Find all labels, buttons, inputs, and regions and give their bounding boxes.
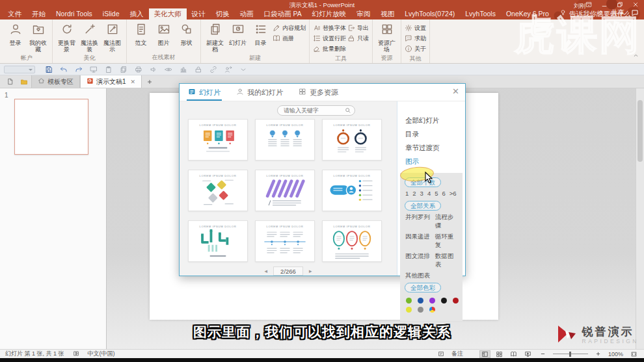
zoom-level[interactable]: 100%: [608, 351, 623, 357]
slide-sorter-view-icon[interactable]: [494, 351, 504, 357]
template-card-2[interactable]: LOREM IPSUM DOLOR: [255, 119, 315, 161]
ribbon-button-设置[interactable]: 设置: [405, 23, 426, 33]
ribbon-tab-13[interactable]: 视图: [375, 8, 399, 19]
new-document-icon[interactable]: [3, 75, 17, 88]
relation-option-数据图表[interactable]: 数据图表: [435, 252, 459, 269]
template-card-1[interactable]: LOREM IPSUM DOLOR: [188, 119, 248, 161]
color-dot-1A1A1A[interactable]: [441, 298, 447, 304]
template-card-5[interactable]: LOREM IPSUM DOLOR: [255, 170, 315, 211]
template-card-6[interactable]: LOREM IPSUM DOLOR: [322, 170, 382, 211]
speaker-icon[interactable]: [150, 66, 157, 73]
close-icon[interactable]: [631, 1, 640, 8]
ribbon-button-目录[interactable]: 目录: [250, 21, 271, 46]
ribbon-tab-11[interactable]: 幻灯片放映: [307, 8, 352, 19]
new-tab-icon[interactable]: [142, 75, 157, 88]
dialog-close-icon[interactable]: ✕: [452, 87, 459, 96]
dialog-tab-2[interactable]: 我的幻灯片: [236, 84, 283, 101]
ribbon-button-批量删除[interactable]: 批量删除: [313, 44, 346, 54]
scrollbar-thumb[interactable]: [637, 100, 643, 162]
zoom-out-icon[interactable]: [539, 351, 547, 357]
color-dot-76B82A[interactable]: [406, 298, 412, 304]
undo-icon[interactable]: [60, 66, 68, 73]
category-章节过渡页[interactable]: 章节过渡页: [397, 141, 465, 155]
ribbon-tab-2[interactable]: 开始: [27, 8, 51, 19]
ribbon-button-内容规划[interactable]: 内容规划: [273, 23, 306, 33]
spellcheck-icon[interactable]: [73, 350, 79, 358]
relation-option-因果递进[interactable]: 因果递进: [405, 233, 435, 250]
color-dot-8E8E8E[interactable]: [418, 307, 423, 313]
search-icon[interactable]: [345, 105, 351, 116]
filter-pill-color[interactable]: 全部色彩: [405, 283, 441, 292]
dialog-tab-3[interactable]: 更多资源: [299, 84, 338, 101]
relation-option-循环重复[interactable]: 循环重复: [435, 233, 459, 250]
paste-icon[interactable]: [105, 66, 113, 73]
relation-option-流程步骤[interactable]: 流程步骤: [435, 213, 459, 230]
ribbon-button-魔法图示[interactable]: 魔法图示: [101, 21, 123, 53]
ribbon-button-魔法换装[interactable]: 魔法换装: [79, 21, 100, 53]
slideshow-icon[interactable]: [90, 66, 98, 73]
color-dot-E3E33A[interactable]: [406, 307, 412, 313]
color-dot-9233D6[interactable]: [429, 298, 435, 304]
template-card-9[interactable]: LOREM IPSUM DOLOR: [322, 220, 382, 262]
ribbon-button-关于[interactable]: 关于: [405, 44, 426, 54]
zoom-slider[interactable]: [553, 354, 588, 354]
category-目录[interactable]: 目录: [397, 127, 465, 141]
template-card-3[interactable]: LOREM IPSUM DOLOR: [322, 119, 382, 161]
ribbon-tab-15[interactable]: LvyhTools: [460, 8, 501, 19]
notes-icon[interactable]: [436, 351, 446, 357]
ribbon-tab-8[interactable]: 切换: [211, 8, 235, 19]
language-status[interactable]: 中文(中国): [88, 350, 115, 358]
ribbon-button-设置行距[interactable]: 设置行距: [313, 34, 346, 44]
count-option-6[interactable]: 6: [442, 190, 445, 197]
filter-pill-relation[interactable]: 全部关系: [405, 201, 441, 211]
count-option-4[interactable]: 4: [427, 190, 431, 197]
ribbon-button-我的收藏[interactable]: 我的收藏: [27, 21, 49, 53]
ribbon-button-求助[interactable]: 求助: [405, 34, 426, 44]
relation-option-其他图表[interactable]: 其他图表: [405, 272, 436, 280]
next-page-icon[interactable]: ▸: [309, 268, 312, 274]
lock-icon[interactable]: [195, 66, 202, 73]
close-tab-icon[interactable]: ✕: [131, 79, 136, 85]
ribbon-tab-9[interactable]: 动画: [235, 8, 259, 19]
qat-dropdown[interactable]: [4, 66, 35, 73]
ribbon-button-形状[interactable]: 形状: [176, 21, 197, 46]
ribbon-button-导出[interactable]: 导出: [347, 23, 369, 33]
ribbon-tab-7[interactable]: 设计: [187, 8, 211, 19]
document-tab-2[interactable]: 演示文稿1✕: [80, 75, 142, 88]
document-tab-1[interactable]: 模板专区: [31, 75, 80, 88]
count-option-5[interactable]: 5: [435, 190, 438, 197]
ribbon-tab-4[interactable]: iSlide: [98, 8, 125, 19]
vertical-scrollbar[interactable]: [636, 88, 644, 350]
ribbon-button-更换背景[interactable]: 更换背景: [56, 21, 77, 53]
ribbon-button-替换字体[interactable]: 替换字体: [313, 23, 346, 33]
category-图示[interactable]: 图示: [397, 155, 465, 168]
share-icon[interactable]: [224, 66, 232, 73]
dialog-tab-1[interactable]: 幻灯片: [188, 84, 221, 101]
slideshow-view-icon[interactable]: [523, 351, 533, 357]
ribbon-button-幻灯片[interactable]: 幻灯片: [227, 21, 248, 46]
count-option-3[interactable]: 3: [420, 190, 423, 197]
minimize-icon[interactable]: [600, 1, 609, 8]
link-icon[interactable]: [209, 66, 217, 73]
slide-thumbnail[interactable]: [14, 99, 88, 155]
chart-icon[interactable]: [180, 66, 187, 73]
template-card-8[interactable]: LOREM IPSUM DOLOR: [255, 220, 315, 262]
zoom-in-icon[interactable]: [594, 351, 602, 357]
open-folder-icon[interactable]: [17, 75, 31, 88]
color-dot-2057A7[interactable]: [418, 298, 423, 304]
ribbon-tab-5[interactable]: 插入: [125, 8, 149, 19]
more-icon[interactable]: [239, 66, 247, 73]
ribbon-tab-6[interactable]: 美化大师: [149, 8, 187, 19]
fit-to-window-icon[interactable]: [629, 351, 639, 357]
count-option-1[interactable]: 1: [405, 190, 409, 197]
relation-option-图文混排[interactable]: 图文混排: [405, 252, 435, 269]
ribbon-button-画册[interactable]: 画册: [273, 34, 306, 44]
ribbon-button-图片[interactable]: 图片: [153, 21, 174, 46]
prev-page-icon[interactable]: ◂: [265, 268, 268, 274]
notes-label[interactable]: 备注: [451, 350, 463, 358]
ribbon-tab-14[interactable]: LvyhTools(0724): [399, 8, 460, 19]
ribbon-tab-1[interactable]: 文件: [3, 8, 27, 19]
eye-icon[interactable]: [165, 66, 172, 73]
search-box[interactable]: [277, 105, 355, 116]
save-icon[interactable]: [45, 66, 53, 73]
